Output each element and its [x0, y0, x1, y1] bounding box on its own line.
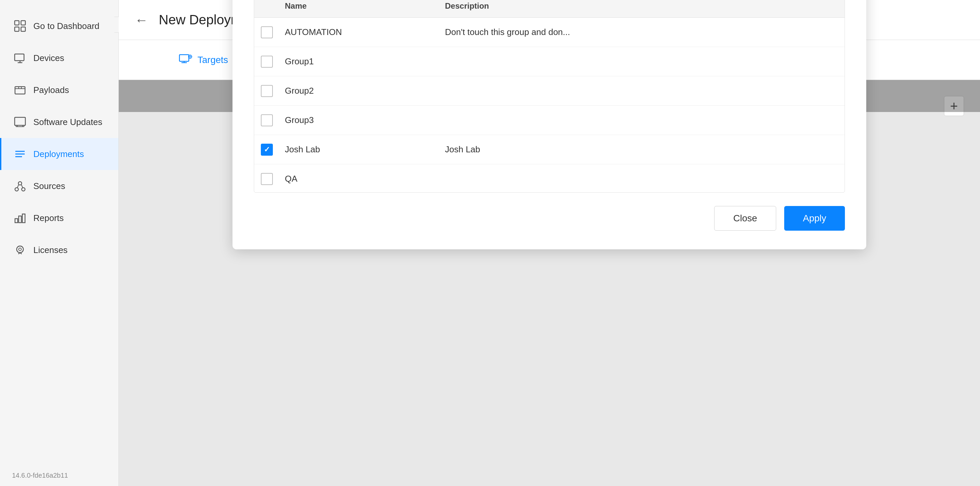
- reports-icon: [13, 211, 27, 225]
- svg-point-16: [15, 187, 18, 191]
- licenses-icon: [13, 243, 27, 257]
- sidebar-item-payloads[interactable]: Payloads: [0, 74, 118, 106]
- row-5-name: Josh Lab: [278, 145, 438, 155]
- svg-point-23: [17, 246, 23, 253]
- dashboard-icon: [13, 19, 27, 33]
- row-6-name: QA: [278, 174, 438, 184]
- row-2-checkbox[interactable]: [261, 56, 273, 68]
- col-checkbox: [254, 2, 278, 11]
- row-3-checkbox[interactable]: [261, 85, 273, 97]
- sidebar: ‹ Go to Dashboard D: [0, 0, 119, 486]
- svg-line-19: [21, 185, 23, 187]
- apply-button[interactable]: Apply: [784, 206, 845, 231]
- svg-rect-7: [15, 87, 25, 94]
- row-3-checkbox-cell: [254, 85, 278, 97]
- page-content: + Select IDP Groups 🔍 Local LDAP: [119, 80, 980, 112]
- sidebar-item-licenses[interactable]: Licenses: [0, 234, 118, 266]
- row-2-checkbox-cell: [254, 56, 278, 68]
- modal-table: Name Description AUTOMATION Don't touch …: [254, 0, 845, 193]
- svg-rect-3: [21, 27, 25, 31]
- svg-rect-22: [22, 214, 25, 223]
- sidebar-item-label-payloads: Payloads: [33, 85, 69, 95]
- row-4-name: Group3: [278, 115, 438, 125]
- svg-rect-1: [21, 21, 25, 25]
- sidebar-item-label-reports: Reports: [33, 213, 64, 223]
- table-row: Group3: [254, 106, 845, 135]
- sidebar-item-sources[interactable]: Sources: [0, 170, 118, 202]
- targets-tab-icon: [179, 53, 192, 67]
- svg-rect-0: [15, 21, 19, 25]
- sidebar-version: 14.6.0-fde16a2b11: [0, 465, 118, 486]
- sidebar-item-label-sources: Sources: [33, 181, 65, 191]
- table-row: Group1: [254, 47, 845, 76]
- sidebar-item-software-updates[interactable]: Software Updates: [0, 106, 118, 138]
- software-updates-icon: [13, 115, 27, 129]
- row-2-name: Group1: [278, 56, 438, 67]
- sidebar-item-deployments[interactable]: Deployments: [0, 138, 118, 170]
- row-6-checkbox[interactable]: [261, 173, 273, 185]
- modal-overlay: Select IDP Groups 🔍 Local LDAP IDP: [119, 80, 980, 112]
- table-row: Josh Lab Josh Lab: [254, 135, 845, 164]
- svg-rect-21: [19, 216, 21, 223]
- deployments-icon: [13, 147, 27, 160]
- row-1-checkbox[interactable]: [261, 26, 273, 38]
- svg-rect-25: [180, 55, 189, 61]
- svg-rect-2: [15, 27, 19, 31]
- row-4-checkbox[interactable]: [261, 114, 273, 126]
- sidebar-item-reports[interactable]: Reports: [0, 202, 118, 234]
- tab-targets-label: Targets: [197, 55, 228, 65]
- row-3-name: Group2: [278, 86, 438, 96]
- row-5-checkbox[interactable]: [261, 144, 273, 156]
- payloads-icon: [13, 83, 27, 97]
- svg-point-15: [18, 182, 22, 185]
- topbar-back-button[interactable]: ←: [135, 13, 148, 27]
- svg-rect-8: [15, 118, 25, 125]
- close-button[interactable]: Close: [714, 206, 776, 231]
- col-description: Description: [438, 2, 845, 11]
- table-header: Name Description: [254, 0, 845, 17]
- sidebar-item-devices[interactable]: Devices: [0, 42, 118, 74]
- svg-point-17: [22, 187, 25, 191]
- sidebar-item-label-devices: Devices: [33, 53, 64, 64]
- svg-point-24: [19, 248, 21, 251]
- sidebar-item-label-dashboard: Go to Dashboard: [33, 21, 99, 31]
- svg-rect-4: [15, 54, 24, 61]
- row-5-checkbox-cell: [254, 144, 278, 156]
- sidebar-nav: Go to Dashboard Devices: [0, 0, 118, 465]
- main-content: ← New Deployment ✎ Targets ›: [119, 0, 980, 486]
- table-row: QA: [254, 164, 845, 193]
- select-idp-groups-modal: Select IDP Groups 🔍 Local LDAP IDP: [232, 0, 866, 249]
- modal-footer: Close Apply: [254, 206, 845, 231]
- col-name: Name: [278, 2, 438, 11]
- devices-icon: [13, 51, 27, 65]
- svg-line-18: [18, 185, 19, 187]
- row-4-checkbox-cell: [254, 114, 278, 126]
- row-1-checkbox-cell: [254, 26, 278, 38]
- sidebar-item-label-software-updates: Software Updates: [33, 117, 102, 127]
- row-5-description: Josh Lab: [438, 145, 845, 155]
- table-row: AUTOMATION Don't touch this group and do…: [254, 17, 845, 47]
- row-1-description: Don't touch this group and don...: [438, 27, 845, 37]
- sidebar-item-label-licenses: Licenses: [33, 245, 68, 255]
- row-1-name: AUTOMATION: [278, 27, 438, 37]
- sidebar-item-label-deployments: Deployments: [33, 149, 84, 159]
- sidebar-item-dashboard[interactable]: Go to Dashboard: [0, 10, 118, 42]
- sources-icon: [13, 179, 27, 193]
- row-6-checkbox-cell: [254, 173, 278, 185]
- svg-rect-20: [15, 219, 18, 223]
- table-row: Group2: [254, 76, 845, 106]
